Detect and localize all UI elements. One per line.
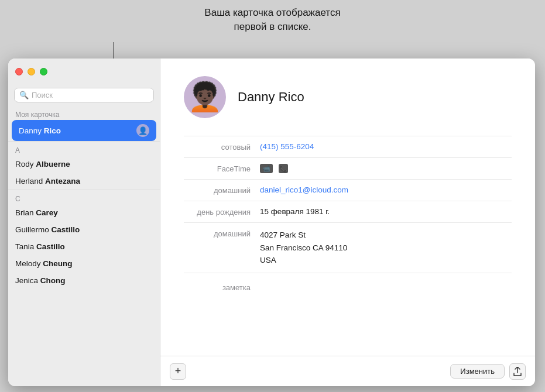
field-label-address: домашний <box>184 229 260 238</box>
field-value-note <box>260 283 512 292</box>
first-name: Brian <box>15 208 36 217</box>
contact-detail: 🧑🏿‍🦱 Danny Rico сотовый (415) 555-6204 F… <box>160 59 535 356</box>
avatar: 🧑🏿‍🦱 <box>184 76 226 118</box>
edit-button[interactable]: Изменить <box>450 364 505 379</box>
field-value-email[interactable]: daniel_rico1@icloud.com <box>260 185 512 194</box>
first-name: Tania <box>15 242 36 251</box>
detail-row-address: домашний 4027 Park StSan Francisco CA 94… <box>184 222 512 273</box>
sidebar: 🔍 Моя карточка Danny Rico 👤 A Rody Albue… <box>8 59 160 386</box>
titlebar <box>8 59 160 84</box>
share-icon <box>513 367 522 376</box>
first-name: Jenica <box>15 276 40 285</box>
contact-name: Danny Rico <box>19 126 61 135</box>
contact-item-brian-carey[interactable]: Brian Carey <box>8 204 160 221</box>
first-name: Danny <box>19 126 44 135</box>
first-name: Herland <box>15 177 45 185</box>
detail-row-phone: сотовый (415) 555-6204 <box>184 136 512 157</box>
bottom-bar: + Изменить <box>160 356 535 386</box>
field-value-phone[interactable]: (415) 555-6204 <box>260 142 512 151</box>
close-button[interactable] <box>15 68 23 75</box>
main-content: 🧑🏿‍🦱 Danny Rico сотовый (415) 555-6204 F… <box>160 59 535 386</box>
first-name: Rody <box>15 160 36 169</box>
contact-item-herland-antezana[interactable]: Herland Antezana <box>8 173 160 190</box>
contact-name: Tania Castillo <box>15 242 65 251</box>
bottom-right-buttons: Изменить <box>450 363 526 380</box>
last-name: Chong <box>40 276 66 285</box>
search-input[interactable] <box>32 91 149 99</box>
contact-header: 🧑🏿‍🦱 Danny Rico <box>184 76 512 118</box>
field-label-email: домашний <box>184 185 260 195</box>
share-button[interactable] <box>509 363 526 380</box>
tooltip-text: Ваша карточка отображается <box>204 7 340 18</box>
search-icon: 🔍 <box>19 91 29 99</box>
last-name: Antezana <box>45 177 80 185</box>
my-card-label: Моя карточка <box>8 107 160 120</box>
tooltip-text2: первой в списке. <box>234 21 311 32</box>
tooltip-area: Ваша карточка отображается первой в спис… <box>0 0 545 34</box>
contact-name: Brian Carey <box>15 208 58 217</box>
minimize-button[interactable] <box>28 68 35 75</box>
contact-full-name: Danny Rico <box>238 90 304 105</box>
last-name: Cheung <box>43 259 72 268</box>
field-label-note: заметка <box>184 283 260 292</box>
detail-row-note: заметка <box>184 273 512 301</box>
facetime-audio-icon[interactable]: 📞 <box>279 164 288 173</box>
contact-item-tania-castillo[interactable]: Tania Castillo <box>8 238 160 255</box>
contact-name: Rody Albuerne <box>15 160 70 169</box>
contact-item-danny-rico[interactable]: Danny Rico 👤 <box>12 120 156 141</box>
field-label-phone: сотовый <box>184 142 260 152</box>
alpha-separator-a: A <box>8 141 160 156</box>
last-name: Albuerne <box>36 160 70 169</box>
contact-name: Herland Antezana <box>15 177 80 185</box>
contact-name: Jenica Chong <box>15 276 66 285</box>
add-button[interactable]: + <box>170 363 186 380</box>
facetime-video-icon[interactable]: 📹 <box>260 164 273 173</box>
field-label-birthday: день рождения <box>184 207 260 216</box>
contact-name: Melody Cheung <box>15 259 73 268</box>
last-name: Castillo <box>52 225 80 234</box>
app-window: 🔍 Моя карточка Danny Rico 👤 A Rody Albue… <box>8 59 535 386</box>
detail-row-facetime: FaceTime 📹 📞 <box>184 157 512 179</box>
contact-item-melody-cheung[interactable]: Melody Cheung <box>8 255 160 272</box>
last-name: Carey <box>36 208 58 217</box>
detail-row-email: домашний daniel_rico1@icloud.com <box>184 179 512 201</box>
alpha-separator-c: C <box>8 190 160 204</box>
field-value-address: 4027 Park StSan Francisco CA 94110USA <box>260 229 512 267</box>
last-name: Castillo <box>36 242 65 251</box>
contact-list: Danny Rico 👤 A Rody Albuerne Herland Ant… <box>8 120 160 386</box>
search-bar: 🔍 <box>14 88 154 102</box>
field-label-facetime: FaceTime <box>184 164 260 173</box>
contact-item-guillermo-castillo[interactable]: Guillermo Castillo <box>8 221 160 238</box>
contact-item-jenica-chong[interactable]: Jenica Chong <box>8 272 160 289</box>
contact-name: Guillermo Castillo <box>15 225 80 234</box>
avatar-emoji: 🧑🏿‍🦱 <box>187 83 222 111</box>
me-icon: 👤 <box>136 124 149 137</box>
facetime-icons: 📹 📞 <box>260 164 288 173</box>
field-value-birthday: 15 февраля 1981 г. <box>260 207 512 216</box>
detail-row-birthday: день рождения 15 февраля 1981 г. <box>184 201 512 222</box>
last-name: Rico <box>44 126 61 135</box>
fullscreen-button[interactable] <box>40 68 47 75</box>
first-name: Guillermo <box>15 225 52 234</box>
first-name: Melody <box>15 259 43 268</box>
contact-item-rody-albuerne[interactable]: Rody Albuerne <box>8 156 160 173</box>
